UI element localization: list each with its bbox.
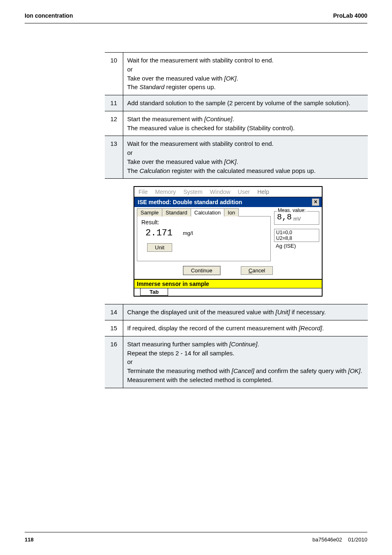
steps-table-2: 14Change the displayed unit of the measu… xyxy=(105,304,368,388)
meas-label: Meas. value: xyxy=(277,207,307,213)
step-number: 14 xyxy=(105,304,123,320)
footer-right: ba75646e02 01/2010 xyxy=(312,537,367,543)
step-row: 15If required, display the record of the… xyxy=(105,320,368,336)
u1-value: U1=0,0 xyxy=(276,230,317,235)
result-unit: mg/l xyxy=(183,230,193,236)
result-value: 2.171 xyxy=(145,228,173,238)
step-text: Wait for the measurement with stability … xyxy=(123,53,368,95)
continue-button[interactable]: Continue xyxy=(183,266,220,275)
menu-window[interactable]: Window xyxy=(210,189,231,195)
tab-calculation[interactable]: Calculation xyxy=(191,208,224,216)
step-number: 16 xyxy=(105,336,123,388)
tab-ion[interactable]: Ion xyxy=(224,208,239,216)
tab-panel: Result: 2.171 mg/l Unit xyxy=(137,216,271,261)
step-number: 10 xyxy=(105,53,123,95)
footer-rule xyxy=(25,532,367,532)
meas-unit: mV xyxy=(293,216,301,222)
step-row: 14Change the displayed unit of the measu… xyxy=(105,304,368,320)
menu-file[interactable]: File xyxy=(138,189,148,195)
step-row: 13Wait for the measurement with stabilit… xyxy=(105,136,368,179)
step-number: 12 xyxy=(105,111,123,136)
step-row: 16Start measuring further samples with [… xyxy=(105,336,368,388)
step-row: 11Add standard solution to the sample (2… xyxy=(105,95,368,111)
step-text: Wait for the measurement with stability … xyxy=(123,136,368,179)
header-right: ProLab 4000 xyxy=(333,12,367,19)
status-bar: Immerse sensor in sample xyxy=(134,279,322,288)
dialog-screenshot: File Memory System Window User Help ISE … xyxy=(134,186,323,297)
u2-value: U2=8,8 xyxy=(276,235,317,241)
menubar: File Memory System Window User Help xyxy=(134,187,322,197)
unit-button[interactable]: Unit xyxy=(147,243,172,252)
step-text: Start measuring further samples with [Co… xyxy=(123,336,368,388)
page-number: 118 xyxy=(25,537,34,543)
u-box: U1=0,0 U2=8,8 xyxy=(274,229,319,242)
meas-value: 8,8 xyxy=(277,212,292,222)
close-icon[interactable]: × xyxy=(312,198,319,206)
result-label: Result: xyxy=(141,219,266,226)
step-text: Add standard solution to the sample (2 p… xyxy=(123,95,368,111)
menu-user[interactable]: User xyxy=(238,189,250,195)
titlebar: ISE method: Double standard addition × xyxy=(134,197,322,207)
step-number: 13 xyxy=(105,136,123,179)
tab-row: Sample Standard Calculation Ion xyxy=(137,208,271,216)
cancel-button[interactable]: Cancel xyxy=(241,266,273,275)
tab-sample[interactable]: Sample xyxy=(137,208,162,216)
menu-help[interactable]: Help xyxy=(257,189,269,195)
steps-table-1: 10Wait for the measurement with stabilit… xyxy=(105,52,368,179)
step-text: Change the displayed unit of the measure… xyxy=(123,304,368,320)
step-row: 12Start the measurement with [Continue].… xyxy=(105,111,368,136)
window-title: ISE method: Double standard addition xyxy=(138,199,242,205)
step-text: If required, display the record of the c… xyxy=(123,320,368,336)
bottom-tab[interactable]: Tab xyxy=(140,288,168,296)
meas-value-box: Meas. value: 8,8mV xyxy=(274,211,319,225)
tab-standard[interactable]: Standard xyxy=(162,208,191,216)
menu-system[interactable]: System xyxy=(183,189,203,195)
step-number: 15 xyxy=(105,320,123,336)
header-left: Ion concentration xyxy=(25,12,73,19)
menu-memory[interactable]: Memory xyxy=(155,189,176,195)
step-number: 11 xyxy=(105,95,123,111)
step-row: 10Wait for the measurement with stabilit… xyxy=(105,53,368,95)
ag-label: Ag (ISE) xyxy=(274,243,319,249)
step-text: Start the measurement with [Continue].Th… xyxy=(123,111,368,136)
